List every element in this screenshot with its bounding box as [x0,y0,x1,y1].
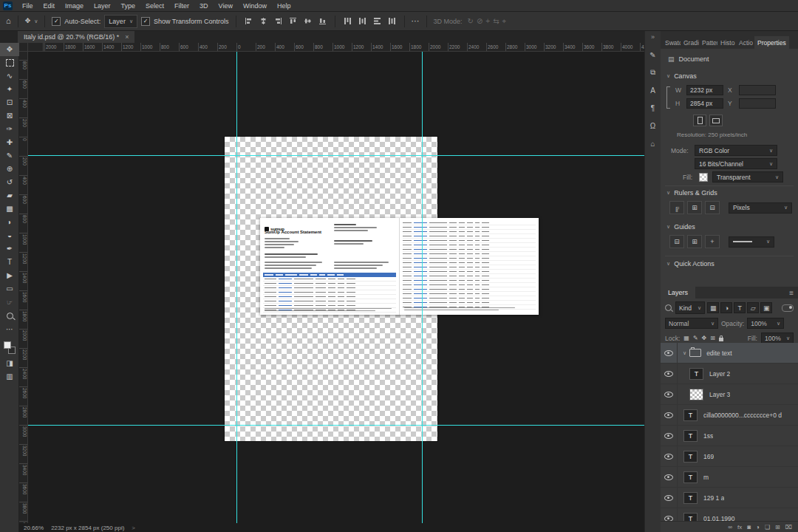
close-tab-icon[interactable]: × [125,33,129,41]
hand-tool[interactable]: ☞ [0,296,19,309]
color-mode-dropdown[interactable]: RGB Color ∨ [695,145,777,156]
move-tool-preset-icon[interactable]: ✥ [25,18,31,24]
blend-mode-dropdown[interactable]: Normal ∨ [665,318,718,329]
layer-name[interactable]: 1ss [703,432,713,440]
layer-effects-icon[interactable]: fx [737,524,742,531]
gradient-tool[interactable]: ▩ [0,202,19,216]
layer-visibility-toggle[interactable] [661,488,678,508]
toggle-snap-icon[interactable]: ⊟ [705,201,720,214]
opacity-dropdown[interactable]: 100% ∨ [747,318,784,329]
lock-artboard-icon[interactable]: ⊞ [710,335,715,341]
history-brush-tool[interactable]: ↺ [0,176,19,189]
canvas-width-field[interactable]: 2232 px [686,85,723,95]
shape-tool[interactable]: ▭ [0,282,19,296]
menu-item[interactable]: Layer [89,2,116,10]
layer-row[interactable]: ∨ edite text [661,343,798,364]
layer-mask-icon[interactable]: ◙ [747,524,751,531]
layer-name[interactable]: 129 1 a [703,494,724,502]
show-transform-checkbox[interactable]: ✓ [141,17,150,26]
canvas-fill-dropdown[interactable]: Transparent ∨ [712,171,783,183]
toggle-guides-icon[interactable]: ⊟ [669,235,684,248]
brush-tool[interactable]: ✎ [0,149,19,163]
menu-item[interactable]: Image [60,2,89,10]
character-panel-icon[interactable]: A [647,83,660,97]
bit-depth-dropdown[interactable]: 16 Bits/Channel ∨ [695,158,777,169]
link-layers-icon[interactable]: ∞ [728,524,732,531]
align-horizontal-centers-icon[interactable] [259,17,267,25]
layer-row[interactable]: ∨ 169 [661,446,798,467]
tab-actions[interactable]: Actio [736,36,754,49]
tab-properties[interactable]: Properties [754,36,789,49]
tab-gradients[interactable]: Gradie [681,36,699,49]
menu-item[interactable]: Window [238,2,272,10]
link-dimensions-icon[interactable] [666,86,670,109]
statement-artwork[interactable]: sumup SumUp Account Statement [260,218,539,315]
landscape-orientation-button[interactable] [709,115,723,126]
type-layers-filter-icon[interactable]: T [734,302,746,313]
eraser-tool[interactable]: ▰ [0,189,19,202]
foreground-background-swatches[interactable] [0,340,19,356]
path-selection-tool[interactable]: ▶ [0,269,19,282]
delete-layer-icon[interactable]: ⌧ [785,524,792,531]
frame-tool[interactable]: ⊠ [0,109,19,123]
shape-layers-filter-icon[interactable]: ▱ [747,302,759,313]
lock-position-icon[interactable]: ✥ [702,335,707,341]
glyphs-panel-icon[interactable]: Ω [647,119,660,132]
lock-all-icon[interactable] [719,338,723,341]
layer-visibility-toggle[interactable] [661,384,678,404]
layer-visibility-toggle[interactable] [661,446,678,466]
photoshop-logo[interactable]: Ps [3,1,13,10]
panel-menu-icon[interactable]: ≡ [789,289,798,297]
ruler-origin[interactable] [19,43,28,52]
clone-stamp-tool[interactable]: ⊕ [0,163,19,176]
layer-thumbnail[interactable] [689,368,703,380]
group-expand-icon[interactable]: ∨ [683,350,686,356]
canvas-height-field[interactable]: 2854 px [686,98,723,109]
tool-preset-chevron-icon[interactable]: ∨ [34,18,38,24]
layer-row[interactable]: ∨ 129 1 a [661,488,798,508]
brush-settings-icon[interactable]: ✎ [647,48,660,61]
layer-row[interactable]: ∨ cilla0000000...ccccccce+0 d [661,405,798,426]
distribute-bottom-edges-icon[interactable] [373,17,381,25]
more-align-options-icon[interactable]: ⋯ [412,17,420,25]
align-bottom-edges-icon[interactable] [318,17,327,25]
layer-name[interactable]: edite text [706,349,732,357]
layer-visibility-toggle[interactable] [661,467,678,487]
libraries-panel-icon[interactable]: ⌂ [647,137,660,150]
tab-history[interactable]: Histo [717,36,736,49]
layer-row[interactable]: ∨ 1ss [661,426,798,446]
vertical-ruler[interactable]: 8006004002000200400600800100012001400160… [19,52,28,523]
auto-select-checkbox[interactable]: ✓ [52,17,61,26]
lasso-tool[interactable]: ∿ [0,69,19,83]
fill-opacity-dropdown[interactable]: 100% ∨ [761,332,794,344]
quick-mask-icon[interactable]: ◨ [0,356,19,369]
menu-item[interactable]: File [17,2,38,10]
layer-thumbnail[interactable] [683,451,698,463]
move-tool[interactable]: ✥ [0,43,19,56]
section-canvas[interactable]: ∨ Canvas [666,72,697,80]
pen-tool[interactable]: ✒ [0,242,19,256]
healing-brush-tool[interactable]: ✚ [0,136,19,149]
menu-item[interactable]: Type [116,2,141,10]
distribute-top-edges-icon[interactable] [344,17,352,25]
section-quick-actions[interactable]: ∨ Quick Actions [666,260,715,267]
layer-visibility-toggle[interactable] [661,426,678,446]
toggle-grid-icon[interactable]: ⊞ [687,201,702,214]
tab-patterns[interactable]: Patter [699,36,717,49]
adjustment-layer-icon[interactable]: ◑ [756,524,760,531]
filter-toggle[interactable] [782,304,794,312]
ruler-units-dropdown[interactable]: Pixels ∨ [729,202,792,214]
home-icon[interactable]: ⌂ [6,17,11,25]
zoom-level[interactable]: 20.66% [24,525,44,531]
layer-group-icon[interactable]: ❏ [765,524,770,531]
guide-style-dropdown[interactable]: ∨ [729,236,774,248]
document-tab[interactable]: Italy id.psd @ 20.7% (RGB/16) * × [18,31,134,43]
layer-visibility-toggle[interactable] [661,343,678,363]
marquee-tool[interactable] [0,56,19,69]
align-right-edges-icon[interactable] [274,17,282,25]
guide-vertical[interactable] [236,52,237,523]
horizontal-ruler[interactable]: 2000180016001400120010008006004002000200… [28,43,644,52]
layer-row[interactable]: ∨ m [661,467,798,488]
layer-name[interactable]: Layer 3 [709,391,730,398]
quick-selection-tool[interactable]: ✦ [0,83,19,96]
